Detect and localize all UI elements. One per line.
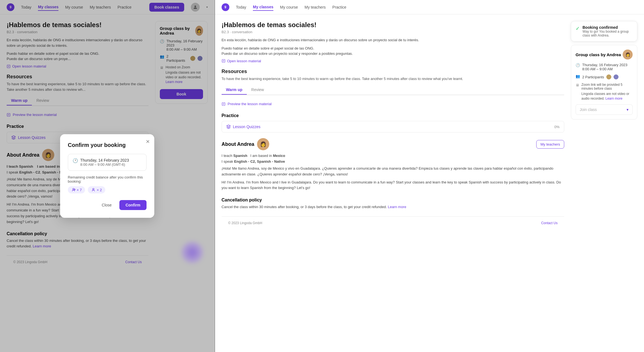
- clock-icon-right: 🕐: [576, 63, 580, 67]
- right-panel: 9 Today My classes My course My teachers…: [215, 0, 644, 352]
- group-class-avatar-right: 👩: [623, 50, 633, 59]
- group-credit-chip: × 7: [68, 186, 85, 193]
- lesson-desc-right: En esta lección, hablarás de ONG e insti…: [222, 37, 564, 43]
- quiz-row-right[interactable]: Lesson Quizzes 0%: [222, 121, 564, 133]
- svg-point-3: [73, 188, 74, 190]
- group-class-title-right: Group class by Andrea: [576, 52, 621, 57]
- logo-right: 9: [222, 3, 229, 11]
- teacher-meta1-right: I teach Spanish I am based in Mexico: [222, 154, 564, 158]
- learn-more-zoom-right[interactable]: Learn more: [605, 97, 622, 100]
- left-panel: 9 Today My classes My course My teachers…: [0, 0, 215, 352]
- right-nav: 9 Today My classes My course My teachers…: [215, 0, 644, 14]
- cancel-desc-right: Cancel the class within 30 minutes after…: [222, 204, 564, 210]
- preview-material-right[interactable]: Preview the lesson material: [222, 99, 564, 109]
- zoom-title-right: Zoom link will be provided 5 minutes bef…: [581, 83, 633, 90]
- tab-warmup-right[interactable]: Warm up: [222, 85, 247, 95]
- nav-myclasses-right[interactable]: My classes: [253, 4, 273, 11]
- lesson-point-2-right: Puedo dar un discurso sobre un proyecto …: [222, 51, 564, 56]
- modal-actions: Close Confirm: [68, 200, 147, 210]
- teacher-bio-es-right: ¡Hola! Me llamo Andrea, soy de Mexico y …: [222, 166, 564, 177]
- nav-practice-right[interactable]: Practice: [332, 4, 347, 11]
- modal-clock-icon: 🕐: [73, 158, 78, 163]
- lesson-level-right: B2.3 · conversation: [222, 30, 564, 34]
- practice-title-right: Practice: [222, 113, 564, 118]
- about-title-right: About Andrea: [222, 141, 254, 147]
- participants-label-right: 2 Participants: [582, 75, 604, 79]
- modal-close-x-button[interactable]: ✕: [146, 139, 150, 145]
- zoom-note-right: Lingoda classes are not video or audio r…: [581, 92, 633, 101]
- svg-point-4: [74, 189, 75, 190]
- class-date-right: Thursday, 16 February 2023: [582, 63, 627, 67]
- join-class-area[interactable]: Join class ▾: [576, 104, 633, 115]
- modal-date-text: Thursday, 14 February 2023: [80, 158, 129, 162]
- lesson-title-right: ¡Hablemos de temas sociales!: [222, 21, 564, 29]
- footer-right: © 2023 Lingoda GmbH Contact Us: [222, 216, 564, 229]
- tab-review-right[interactable]: Review: [247, 85, 268, 95]
- quiz-label-right: Lesson Quizzes: [233, 125, 261, 129]
- contact-link-right[interactable]: Contact Us: [541, 221, 558, 225]
- modal-date-box: 🕐 Thursday, 14 February 2023 8:00 AM – 9…: [68, 154, 147, 171]
- private-credit-chip: × 2: [88, 186, 105, 193]
- modal-title: Confirm your booking: [68, 142, 147, 148]
- teacher-bio-en-right: Hi! I'm Andrea. I'm from Mexico and I li…: [222, 180, 564, 191]
- lesson-point-1-right: Puedo hablar en detalle sobre el papel s…: [222, 46, 564, 50]
- quiz-pct-right: 0%: [554, 125, 560, 129]
- zoom-icon-right: 🖥: [576, 83, 579, 87]
- class-time-right: 8:00 AM – 9:00 AM: [582, 67, 627, 71]
- booking-confirmed-toast: ✓ Booking confirmed Way to go! You booke…: [571, 21, 637, 42]
- modal-close-button[interactable]: Close: [97, 200, 116, 210]
- toast-title: Booking confirmed: [583, 25, 633, 30]
- cancel-title-right: Cancellation policy: [222, 198, 564, 203]
- modal-confirm-button[interactable]: Confirm: [119, 200, 147, 210]
- group-class-card-right: Group class by Andrea 👩 🕐 Thursday, 16 F…: [571, 45, 637, 120]
- nav-myteachers-right[interactable]: My teachers: [305, 4, 326, 11]
- purple-blob: [181, 241, 203, 263]
- toast-subtitle: Way to go! You booked a group class with…: [583, 30, 633, 37]
- modal-overlay: Confirm your booking ✕ 🕐 Thursday, 14 Fe…: [0, 0, 214, 352]
- resources-desc-right: To have the best learning experience, ta…: [222, 76, 564, 82]
- people-icon-right: 👥: [576, 74, 580, 78]
- open-material-right[interactable]: Open lesson material: [222, 59, 564, 63]
- copyright-right: © 2023 Lingoda GmbH: [228, 221, 262, 225]
- confirm-booking-modal: Confirm your booking ✕ 🕐 Thursday, 14 Fe…: [60, 134, 154, 218]
- check-icon: ✓: [576, 25, 580, 32]
- resources-tabs-right: Warm up Review: [222, 85, 564, 95]
- participants-avatars-right: [606, 74, 619, 80]
- modal-credits: × 7 × 2: [68, 186, 147, 193]
- my-teachers-button-right[interactable]: My teachers: [536, 140, 564, 149]
- resources-title-right: Resources: [222, 69, 564, 74]
- nav-mycourse-right[interactable]: My course: [280, 4, 298, 11]
- join-chevron-icon: ▾: [627, 107, 628, 112]
- nav-today-right[interactable]: Today: [236, 4, 246, 11]
- modal-balance-label: Remaining credit balance after you confi…: [68, 175, 147, 183]
- modal-time-text: 8:00 AM – 9:00 AM (GMT-6): [80, 162, 129, 167]
- teacher-avatar-right: 👩: [257, 138, 269, 150]
- svg-point-5: [93, 188, 94, 190]
- join-class-text: Join class: [580, 107, 597, 112]
- learn-more-right[interactable]: Learn more: [388, 205, 406, 209]
- teacher-meta2-right: I speak English - C2, Spanish - Native: [222, 159, 564, 164]
